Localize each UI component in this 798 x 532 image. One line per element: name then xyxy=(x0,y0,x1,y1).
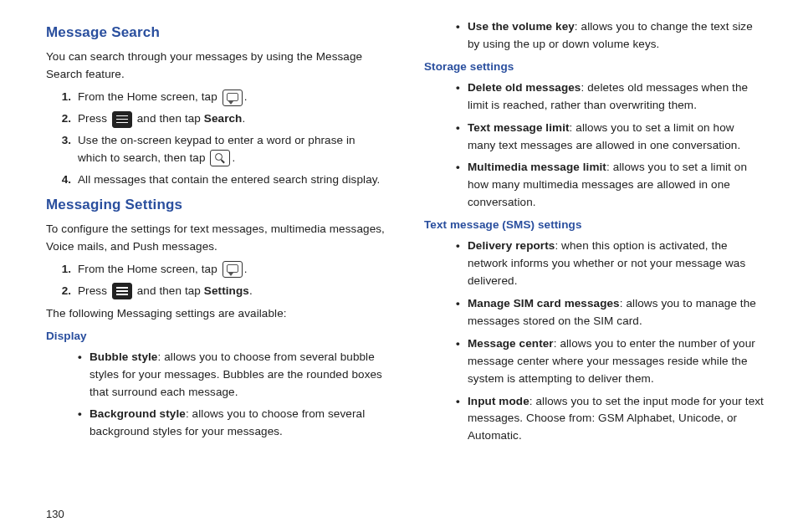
step-text: . xyxy=(244,90,248,103)
item-title: Multimedia message limit xyxy=(468,161,606,173)
step-1: From the Home screen, tap . xyxy=(74,261,386,279)
item-title: Background style xyxy=(90,407,186,420)
list-item: Bubble style: allows you to choose from … xyxy=(90,349,386,402)
display-list-cont: Use the volume key: allows you to change… xyxy=(424,18,765,54)
step-text: . xyxy=(242,112,245,125)
item-title: Message center xyxy=(468,337,554,350)
step-text: From the Home screen, tap xyxy=(78,263,221,275)
step-text: and then tap xyxy=(134,284,204,297)
item-title: Delivery reports xyxy=(468,239,555,252)
bold-label-settings: Settings xyxy=(204,284,249,297)
intro-text: To configure the settings for text messa… xyxy=(46,221,386,256)
list-item: Message center: allows you to enter the … xyxy=(468,335,765,388)
menu-icon xyxy=(112,283,132,299)
item-title: Delete old messages xyxy=(468,81,581,94)
step-text: and then tap xyxy=(134,112,204,125)
list-item: Delivery reports: when this option is ac… xyxy=(468,238,765,290)
heading-message-search: Message Search xyxy=(46,22,386,43)
subheading-sms: Text message (SMS) settings xyxy=(424,217,765,234)
right-column: Use the volume key: allows you to change… xyxy=(424,18,765,524)
bold-label-search: Search xyxy=(204,112,243,125)
subheading-display: Display xyxy=(46,328,386,345)
step-2: Press and then tap Settings. xyxy=(74,283,386,300)
page-number: 130 xyxy=(46,508,64,520)
list-item: Input mode: allows you to set the input … xyxy=(468,393,765,446)
list-item: Use the volume key: allows you to change… xyxy=(468,18,765,54)
intro-text: You can search through your messages by … xyxy=(46,49,386,84)
settings-after: The following Messaging settings are ava… xyxy=(46,305,386,323)
heading-messaging-settings: Messaging Settings xyxy=(46,194,386,216)
step-text: Press xyxy=(78,284,110,297)
item-title: Text message limit xyxy=(468,121,570,134)
step-4: All messages that contain the entered se… xyxy=(74,171,386,189)
list-item: Background style: allows you to choose f… xyxy=(90,406,386,441)
step-1: From the Home screen, tap . xyxy=(74,89,386,106)
step-text: . xyxy=(232,151,235,164)
item-title: Input mode xyxy=(468,395,529,407)
item-title: Bubble style xyxy=(90,350,157,363)
step-text: . xyxy=(249,284,253,297)
manual-page: Message Search You can search through yo… xyxy=(0,0,798,532)
sms-list: Delivery reports: when this option is ac… xyxy=(424,238,765,445)
step-3: Use the on-screen keypad to enter a word… xyxy=(74,132,386,167)
subheading-storage: Storage settings xyxy=(424,59,765,76)
menu-icon xyxy=(112,111,132,128)
steps-settings: From the Home screen, tap . Press and th… xyxy=(46,261,386,300)
item-title: Use the volume key xyxy=(468,20,575,33)
list-item: Delete old messages: deletes old message… xyxy=(468,79,765,115)
list-item: Multimedia message limit: allows you to … xyxy=(468,159,765,212)
messaging-icon xyxy=(223,90,243,106)
step-text: From the Home screen, tap xyxy=(78,90,221,103)
step-2: Press and then tap Search. xyxy=(74,110,386,128)
steps-search: From the Home screen, tap . Press and th… xyxy=(46,89,386,189)
step-text: Press xyxy=(78,112,110,125)
storage-list: Delete old messages: deletes old message… xyxy=(424,79,765,212)
list-item: Manage SIM card messages: allows you to … xyxy=(468,295,765,330)
left-column: Message Search You can search through yo… xyxy=(46,18,391,524)
step-text: . xyxy=(244,263,248,275)
search-icon xyxy=(210,150,230,166)
messaging-icon xyxy=(223,261,243,278)
list-item: Text message limit: allows you to set a … xyxy=(468,120,765,155)
display-list: Bubble style: allows you to choose from … xyxy=(46,349,386,442)
item-title: Manage SIM card messages xyxy=(468,297,620,309)
